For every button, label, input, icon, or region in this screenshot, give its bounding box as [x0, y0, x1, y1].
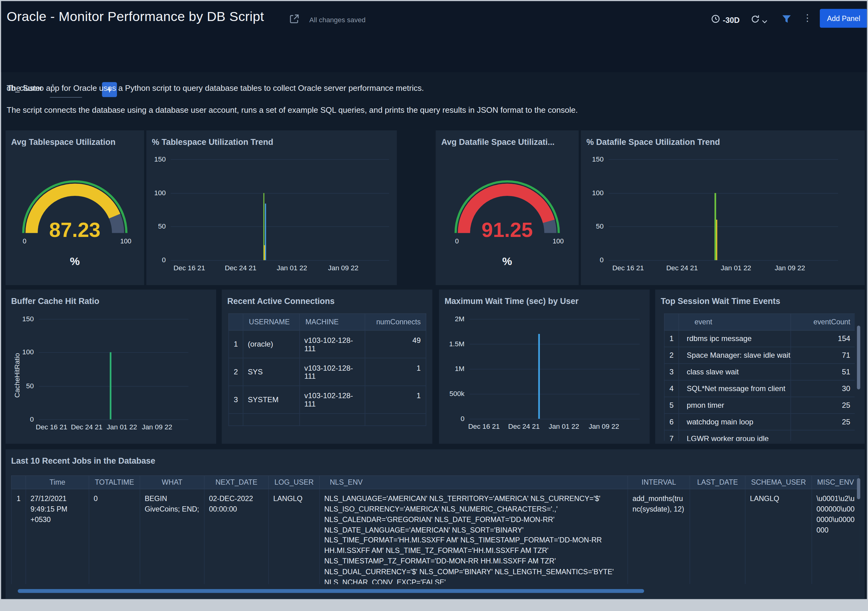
- datafile-trend-chart: 150100500Dec 16 21Dec 24 21Jan 01 22Jan …: [609, 159, 838, 260]
- x-tick-label: Dec 16 21: [174, 264, 205, 272]
- dashboard-description: The Sumo app for Oracle uses a Python sc…: [7, 83, 783, 127]
- y-tick-label: 1.5M: [449, 340, 465, 348]
- add-panel-button[interactable]: Add Panel: [820, 9, 867, 28]
- table-row: 1 27/12/2021 9:49:15 PM +0530 0 BEGIN Gi…: [11, 489, 859, 584]
- panel-title: Avg Datafile Space Utilizati...: [441, 137, 554, 147]
- more-options-icon[interactable]: ⋮: [803, 12, 812, 24]
- panel-avg-tablespace-utilization: Avg Tablespace Utilization 87.23 0 100 %: [6, 131, 144, 285]
- column-header-interval[interactable]: INTERVAL: [628, 476, 690, 489]
- column-header-next-date[interactable]: NEXT_DATE: [205, 476, 268, 489]
- panel-top-session-wait-events: Top Session Wait Time Events event event…: [655, 289, 865, 443]
- interval-cell: add_months(trunc(sysdate), 12): [628, 489, 690, 584]
- column-header-nls-env[interactable]: NLS_ENV: [319, 476, 628, 489]
- description-line-2: The script connects the database using a…: [7, 105, 783, 115]
- row-number: 1: [664, 330, 679, 347]
- table-row: 2 SYS v103-102-128-111 1: [229, 358, 426, 386]
- column-header-schema-user[interactable]: SCHEMA_USER: [745, 476, 812, 489]
- gridline: [171, 226, 389, 227]
- gauge-min-label: 0: [23, 238, 26, 245]
- column-header-time[interactable]: Time: [26, 476, 89, 489]
- gridline: [609, 226, 838, 227]
- username-cell: SYSTEM: [243, 386, 299, 414]
- count-cell: [791, 430, 855, 441]
- page-title: Oracle - Monitor Performance by DB Scrip…: [7, 9, 264, 25]
- horizontal-scrollbar[interactable]: [18, 589, 644, 593]
- column-header-eventcount[interactable]: eventCount: [791, 314, 855, 330]
- schema-user-cell: LANGLQ: [745, 489, 812, 584]
- last-date-cell: [690, 489, 746, 584]
- series-spike: [110, 353, 111, 420]
- x-tick-label: Jan 01 22: [277, 264, 307, 272]
- share-icon[interactable]: [289, 14, 299, 26]
- refresh-button[interactable]: [750, 14, 767, 26]
- panel-tablespace-utilization-trend: % Tablespace Utilization Trend 150100500…: [146, 131, 397, 285]
- table-row: 1 (oracle) v103-102-128-111 49: [229, 330, 426, 358]
- gauge-max-label: 100: [553, 238, 564, 245]
- numconnects-cell: 1: [365, 358, 426, 386]
- x-tick-label: Jan 09 22: [142, 423, 172, 431]
- panel-title: % Tablespace Utilization Trend: [152, 137, 273, 147]
- column-header-what[interactable]: WHAT: [140, 476, 204, 489]
- y-tick-label: 100: [592, 189, 603, 197]
- table-row: 4SQL*Net message from client30: [664, 380, 855, 397]
- panel-title: Avg Tablespace Utilization: [11, 137, 115, 147]
- column-header-username[interactable]: USERNAME: [243, 314, 299, 330]
- what-cell: BEGIN GiveCoins; END;: [140, 489, 204, 584]
- gridline: [470, 369, 640, 370]
- x-tick-label: Dec 24 21: [666, 264, 698, 272]
- wait-events-table-wrap: event eventCount 1rdbms ipc message154 2…: [664, 314, 855, 441]
- clock-icon: [711, 14, 720, 26]
- time-range-picker[interactable]: -30D: [711, 14, 739, 26]
- filter-icon[interactable]: [782, 15, 791, 25]
- panel-title: % Datafile Space Utilization Trend: [586, 137, 720, 147]
- column-header-misc-env[interactable]: MISC_ENV: [812, 476, 859, 489]
- column-header-last-date[interactable]: LAST_DATE: [690, 476, 746, 489]
- row-number: 5: [664, 397, 679, 414]
- event-cell: class slave wait: [679, 364, 791, 380]
- numconnects-cell: 1: [365, 386, 426, 414]
- misc-env-cell: \u0001\u2\u000000\u000000\u0000000: [812, 489, 859, 584]
- x-tick-label: Dec 16 21: [468, 423, 500, 430]
- gridline: [39, 386, 189, 386]
- panel-datafile-utilization-trend: % Datafile Space Utilization Trend 15010…: [581, 131, 865, 285]
- event-cell: pmon timer: [679, 397, 791, 414]
- username-cell: (oracle): [243, 330, 299, 358]
- y-tick-label: 100: [22, 348, 34, 356]
- event-cell: rdbms ipc message: [679, 330, 791, 347]
- row-number: 3: [664, 364, 679, 380]
- panel-max-wait-time: Maximum Wait Time (sec) by User 2M1.5M1M…: [439, 289, 649, 443]
- totaltime-cell: 0: [89, 489, 140, 584]
- column-header-numconnects[interactable]: numConnects: [365, 314, 426, 330]
- y-tick-label: 50: [26, 382, 34, 390]
- x-tick-label: Dec 24 21: [508, 423, 539, 430]
- column-header-event[interactable]: event: [679, 314, 791, 330]
- buffer-cache-chart: 150100500Dec 16 21Dec 24 21Jan 01 22Jan …: [39, 319, 189, 420]
- event-cell: SQL*Net message from client: [679, 380, 791, 397]
- x-tick-label: Jan 09 22: [775, 264, 805, 272]
- dashboard-viewport: Oracle - Monitor Performance by DB Scrip…: [0, 0, 868, 611]
- vertical-scrollbar[interactable]: [857, 478, 860, 499]
- count-cell: 51: [791, 364, 855, 380]
- refresh-icon: [750, 14, 760, 26]
- gauge-value: 91.25: [452, 219, 563, 242]
- table-row: 2Space Manager: slave idle wait71: [664, 347, 855, 364]
- vertical-scrollbar[interactable]: [857, 326, 860, 390]
- event-cell: Space Manager: slave idle wait: [679, 347, 791, 364]
- description-line-1: The Sumo app for Oracle uses a Python sc…: [7, 83, 783, 93]
- log-user-cell: LANGLQ: [268, 489, 319, 584]
- column-header-machine[interactable]: MACHINE: [300, 314, 365, 330]
- column-header-log-user[interactable]: LOG_USER: [268, 476, 319, 489]
- series-spike: [264, 245, 265, 260]
- screenshot-frame: Oracle - Monitor Performance by DB Scrip…: [0, 0, 868, 611]
- y-tick-label: 2M: [455, 315, 465, 323]
- event-cell: watchdog main loop: [679, 414, 791, 430]
- machine-cell: v103-102-128-111: [300, 330, 365, 358]
- table-row: 3class slave wait51: [664, 364, 855, 380]
- panel-title: Maximum Wait Time (sec) by User: [445, 296, 578, 306]
- gridline: [39, 420, 189, 420]
- column-header-totaltime[interactable]: TOTALTIME: [89, 476, 140, 489]
- save-status: All changes saved: [309, 16, 366, 24]
- count-cell: 71: [791, 347, 855, 364]
- count-cell: 154: [791, 330, 855, 347]
- row-number: 7: [664, 430, 679, 441]
